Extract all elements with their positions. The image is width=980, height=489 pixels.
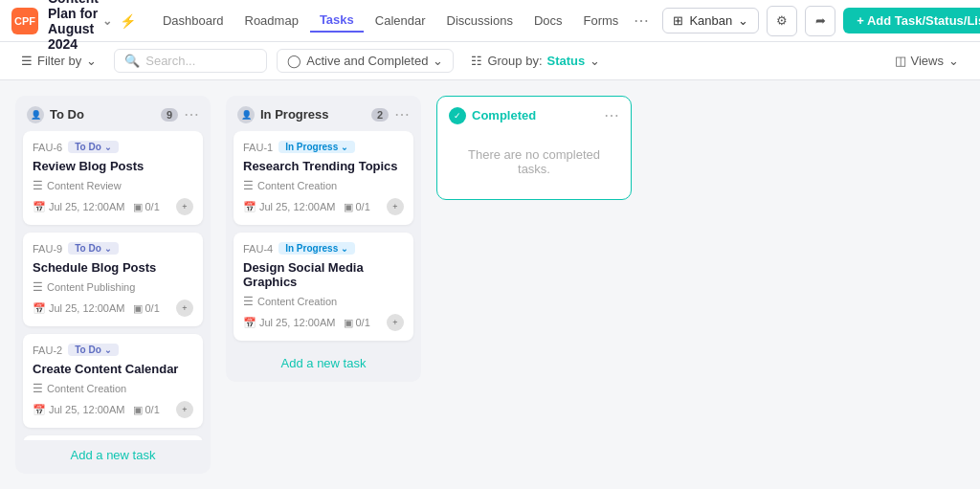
card-fau2-tasks: ▣ 0/1: [133, 404, 160, 416]
card-fau9-id: FAU-9: [33, 243, 62, 255]
card-fau1-footer: 📅 Jul 25, 12:00AM ▣ 0/1 +: [243, 198, 404, 215]
search-icon: 🔍: [124, 54, 140, 68]
nav-tabs: Dashboard Roadmap Tasks Calendar Discuss…: [153, 8, 653, 33]
col-more-todo[interactable]: ⋯: [184, 105, 199, 123]
col-body-completed: There are no completed tasks.: [437, 132, 631, 199]
tab-docs[interactable]: Docs: [524, 10, 572, 32]
group-icon: ☷: [471, 54, 482, 68]
card-fau6-status[interactable]: To Do ⌄: [68, 141, 119, 153]
views-button[interactable]: ◫ Views ⌄: [887, 50, 967, 72]
card-fau4-date: 📅 Jul 25, 12:00AM: [243, 317, 336, 329]
tab-tasks[interactable]: Tasks: [310, 9, 364, 33]
column-completed: ✓ Completed ⋯ There are no completed tas…: [436, 96, 632, 200]
card-fau6-footer: 📅 Jul 25, 12:00AM ▣ 0/1 +: [33, 198, 193, 215]
project-title: Content Plan for August 2024 ⌄ ⚡: [48, 0, 136, 52]
column-inprogress: 👤 In Progress 2 ⋯ FAU-1 In Progress ⌄ Re…: [226, 96, 421, 382]
col-more-completed[interactable]: ⋯: [604, 106, 619, 124]
col-todo-bottom: Add a new task: [15, 440, 211, 474]
card-fau1: FAU-1 In Progress ⌄ Research Trending To…: [234, 131, 413, 225]
kanban-button[interactable]: ⊞ Kanban ⌄: [662, 8, 759, 33]
card-fau6-id: FAU-6: [33, 142, 62, 153]
col-avatar-completed: ✓: [449, 107, 466, 124]
card-fau2-id: FAU-2: [33, 345, 62, 356]
col-body-inprogress: FAU-1 In Progress ⌄ Research Trending To…: [226, 131, 421, 348]
tab-discussions[interactable]: Discussions: [437, 10, 523, 32]
card-fau2-footer: 📅 Jul 25, 12:00AM ▣ 0/1 +: [33, 401, 193, 418]
card-fau2-meta: ☰ Content Creation: [33, 382, 193, 395]
col-title-todo: To Do: [50, 107, 155, 122]
tab-calendar[interactable]: Calendar: [366, 10, 435, 32]
tab-dashboard[interactable]: Dashboard: [153, 10, 234, 32]
card-fau4-status[interactable]: In Progress ⌄: [278, 242, 355, 255]
card-fau6-title: Review Blog Posts: [33, 159, 193, 173]
card-fau1-id: FAU-1: [243, 142, 273, 153]
card-fau1-meta: ☰ Content Creation: [243, 179, 404, 192]
kanban-grid-icon: ⊞: [673, 13, 683, 28]
active-completed-filter[interactable]: ◯ Active and Completed ⌄: [277, 49, 454, 73]
col-header-completed: ✓ Completed ⋯: [437, 97, 631, 132]
card-fau4-meta: ☰ Content Creation: [243, 295, 404, 308]
card-fau1-date: 📅 Jul 25, 12:00AM: [243, 201, 336, 213]
card-fau1-assign[interactable]: +: [387, 198, 404, 215]
card-fau6-assign[interactable]: +: [176, 198, 193, 215]
card-fau9-date: 📅 Jul 25, 12:00AM: [33, 302, 125, 315]
card-fau2: FAU-2 To Do ⌄ Create Content Calendar ☰ …: [23, 334, 203, 428]
col-inprogress-bottom: Add a new task: [226, 348, 421, 382]
card-fau6-date: 📅 Jul 25, 12:00AM: [33, 201, 125, 213]
card-fau4-assign[interactable]: +: [387, 314, 404, 331]
project-chevron-icon[interactable]: ⌄: [102, 14, 112, 28]
card-fau2-status[interactable]: To Do ⌄: [68, 344, 119, 356]
card-fau4: FAU-4 In Progress ⌄ Design Social Media …: [234, 233, 413, 341]
card-fau1-status[interactable]: In Progress ⌄: [278, 141, 355, 153]
col-avatar-inprogress: 👤: [237, 106, 255, 123]
tab-forms[interactable]: Forms: [574, 10, 629, 32]
col-count-inprogress: 2: [371, 108, 389, 122]
col-more-inprogress[interactable]: ⋯: [394, 105, 410, 123]
card-fau4-tasks: ▣ 0/1: [344, 317, 370, 329]
add-task-inprogress-button[interactable]: Add a new task: [234, 348, 413, 378]
group-by-button[interactable]: ☷ Group by: Status ⌄: [463, 50, 608, 72]
col-count-todo: 9: [161, 108, 178, 122]
card-fau2-date: 📅 Jul 25, 12:00AM: [33, 404, 125, 416]
card-fau2-title: Create Content Calendar: [33, 362, 193, 376]
card-fau1-tasks: ▣ 0/1: [344, 201, 370, 213]
kanban-chevron-icon: ⌄: [738, 13, 748, 28]
group-chevron-icon: ⌄: [590, 54, 600, 68]
card-fau6: FAU-6 To Do ⌄ Review Blog Posts ☰ Conten…: [23, 131, 203, 225]
col-body-todo: FAU-6 To Do ⌄ Review Blog Posts ☰ Conten…: [15, 131, 211, 440]
top-bar: CPF Content Plan for August 2024 ⌄ ⚡ Das…: [0, 0, 980, 42]
card-fau6-tasks: ▣ 0/1: [133, 201, 160, 213]
views-icon: ◫: [895, 54, 906, 68]
card-fau4-title: Design Social Media Graphics: [243, 260, 404, 289]
nav-more-icon[interactable]: ⋯: [630, 8, 653, 33]
filter-icon: ☰: [21, 54, 33, 68]
filter-button[interactable]: ☰ Filter by ⌄: [13, 50, 104, 72]
settings-button[interactable]: ⚙: [767, 6, 797, 36]
column-todo: 👤 To Do 9 ⋯ FAU-6 To Do ⌄ Review Blog Po…: [15, 96, 211, 474]
card-fau9-meta: ☰ Content Publishing: [33, 280, 193, 294]
completed-empty-message: There are no completed tasks.: [445, 132, 623, 191]
card-fau9-assign[interactable]: +: [176, 300, 193, 317]
views-chevron-icon: ⌄: [948, 54, 959, 68]
clock-icon: ◯: [287, 54, 301, 68]
search-box[interactable]: 🔍 Search...: [114, 49, 267, 73]
card-fau9-footer: 📅 Jul 25, 12:00AM ▣ 0/1 +: [33, 300, 193, 317]
card-fau2-assign[interactable]: +: [176, 401, 193, 418]
add-task-todo-button[interactable]: Add a new task: [23, 440, 203, 470]
card-fau9-title: Schedule Blog Posts: [33, 260, 193, 275]
card-fau6-meta: ☰ Content Review: [33, 179, 193, 192]
lightning-icon: ⚡: [120, 13, 136, 29]
card-fau4-footer: 📅 Jul 25, 12:00AM ▣ 0/1 +: [243, 314, 404, 331]
add-task-status-list-button[interactable]: + Add Task/Status/List: [843, 8, 980, 33]
card-fau1-title: Research Trending Topics: [243, 159, 404, 173]
tab-roadmap[interactable]: Roadmap: [235, 10, 308, 32]
kanban-board: 👤 To Do 9 ⋯ FAU-6 To Do ⌄ Review Blog Po…: [0, 80, 980, 489]
card-fau4-id: FAU-4: [243, 243, 273, 255]
app-logo: CPF: [11, 8, 38, 34]
card-fau9: FAU-9 To Do ⌄ Schedule Blog Posts ☰ Cont…: [23, 233, 203, 326]
active-completed-chevron-icon: ⌄: [433, 54, 443, 68]
col-header-inprogress: 👤 In Progress 2 ⋯: [226, 96, 421, 131]
share-button[interactable]: ➦: [805, 6, 835, 36]
card-fau9-status[interactable]: To Do ⌄: [68, 242, 119, 255]
card-fau9-tasks: ▣ 0/1: [133, 302, 160, 315]
